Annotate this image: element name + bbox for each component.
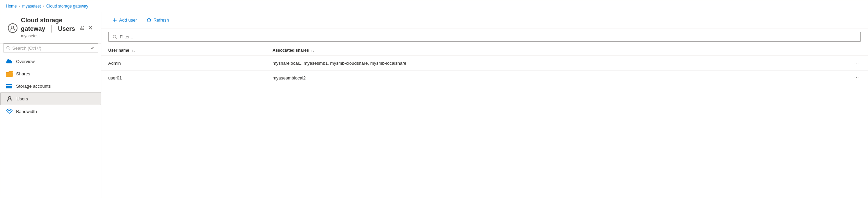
cell-actions: ···	[844, 59, 861, 67]
close-icon[interactable]: ✕	[86, 23, 94, 33]
svg-rect-4	[6, 72, 9, 73]
sort-shares-icon[interactable]: ↑↓	[311, 48, 315, 52]
person-icon	[6, 95, 13, 102]
search-icon	[6, 46, 10, 50]
add-user-button[interactable]: Add user	[108, 15, 141, 25]
collapse-sidebar-button[interactable]: «	[90, 45, 95, 51]
svg-point-0	[12, 26, 14, 28]
resource-main-icon	[7, 23, 18, 34]
sidebar-item-overview-label: Overview	[16, 59, 35, 64]
breadcrumb: Home › myasetest › Cloud storage gateway	[0, 0, 868, 12]
svg-rect-3	[6, 72, 13, 77]
table-row: user01 myasesmblocal2 ···	[101, 71, 868, 85]
plus-icon	[112, 18, 117, 23]
sidebar-item-shares-label: Shares	[16, 71, 30, 76]
cell-shares: mysharelocal1, myasesmb1, mysmb-cloudsha…	[273, 61, 844, 66]
cell-username: user01	[108, 75, 273, 81]
breadcrumb-cloud-storage-gateway[interactable]: Cloud storage gateway	[46, 4, 88, 9]
table-header: User name ↑↓ Associated shares ↑↓	[101, 45, 868, 56]
svg-line-10	[115, 37, 116, 38]
table-body: Admin mysharelocal1, myasesmb1, mysmb-cl…	[101, 56, 868, 85]
filter-bar	[101, 28, 868, 45]
col-header-actions	[844, 48, 861, 53]
sidebar-item-shares[interactable]: Shares	[0, 67, 101, 80]
row-more-button[interactable]: ···	[852, 59, 861, 67]
svg-point-5	[9, 97, 11, 99]
svg-point-6	[9, 113, 10, 114]
svg-line-2	[9, 49, 10, 50]
refresh-icon	[147, 18, 151, 23]
col-header-shares: Associated shares ↑↓	[273, 48, 844, 53]
print-icon[interactable]: 🖨	[78, 23, 86, 32]
content-area: Add user Refresh	[101, 12, 868, 198]
breadcrumb-sep-2: ›	[43, 4, 44, 8]
filter-input[interactable]	[120, 34, 856, 39]
breadcrumb-sep-1: ›	[19, 4, 20, 8]
col-header-username: User name ↑↓	[108, 48, 273, 53]
breadcrumb-home[interactable]: Home	[6, 4, 17, 9]
search-bar: «	[3, 44, 98, 52]
cell-username: Admin	[108, 61, 273, 66]
filter-input-container	[108, 32, 861, 42]
sort-username-icon[interactable]: ↑↓	[131, 48, 135, 52]
resource-subtitle: myasetest	[21, 34, 78, 38]
storage-icon	[6, 83, 13, 89]
toolbar: Add user Refresh	[101, 12, 868, 28]
cell-shares: myasesmblocal2	[273, 75, 844, 81]
sidebar-item-users-label: Users	[16, 96, 28, 101]
sidebar-item-bandwidth-label: Bandwidth	[16, 109, 37, 114]
sidebar: Cloud storage gateway | Users myasetest …	[0, 12, 101, 198]
sidebar-item-storage-accounts-label: Storage accounts	[16, 84, 51, 89]
breadcrumb-myasetest[interactable]: myasetest	[22, 4, 41, 9]
sidebar-item-overview[interactable]: Overview	[0, 55, 101, 67]
wifi-icon	[6, 108, 13, 115]
resource-header: Cloud storage gateway | Users myasetest …	[0, 12, 101, 44]
folder-icon	[6, 70, 13, 77]
row-more-button[interactable]: ···	[852, 74, 861, 82]
table-row: Admin mysharelocal1, myasesmb1, mysmb-cl…	[101, 56, 868, 71]
cell-actions: ···	[844, 74, 861, 82]
filter-search-icon	[113, 35, 117, 39]
search-input[interactable]	[12, 46, 88, 51]
resource-title: Cloud storage gateway | Users	[21, 17, 78, 33]
sidebar-item-storage-accounts[interactable]: Storage accounts	[0, 80, 101, 92]
cloud-icon	[6, 58, 13, 65]
sidebar-item-users[interactable]: Users	[0, 92, 101, 105]
sidebar-item-bandwidth[interactable]: Bandwidth	[0, 105, 101, 117]
sidebar-nav: Overview Shares	[0, 55, 101, 117]
refresh-button[interactable]: Refresh	[142, 15, 173, 25]
